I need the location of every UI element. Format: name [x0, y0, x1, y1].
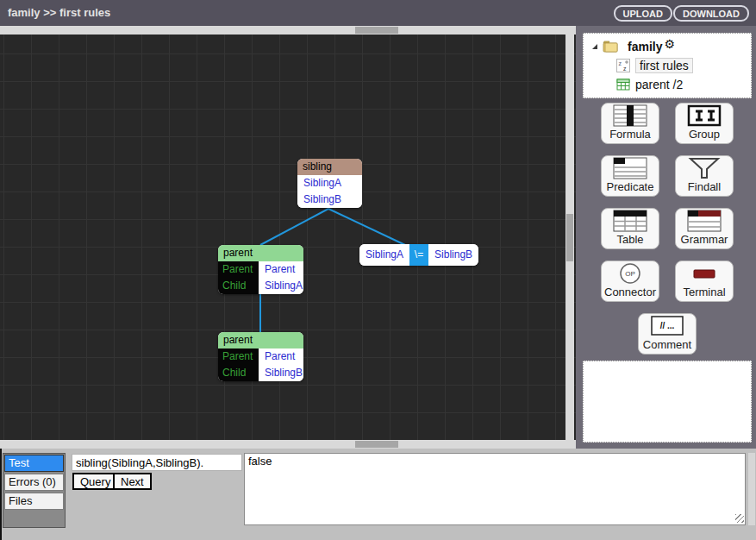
gear-icon[interactable]: ⚙	[664, 37, 675, 51]
app-window: family >> first rules UPLOAD DOWNLOAD si…	[0, 0, 756, 540]
download-button[interactable]: DOWNLOAD	[673, 5, 749, 22]
neq-left-arg: SiblingA	[359, 244, 409, 266]
hscrollbar-top-thumb[interactable]	[355, 27, 398, 34]
value-cell: SiblingA	[259, 278, 303, 294]
palette-label: Terminal	[683, 286, 725, 298]
tab-test[interactable]: Test	[4, 455, 64, 472]
edge-sibling-neq	[328, 209, 405, 245]
tree-item-label: parent /2	[635, 78, 683, 91]
palette-group-button[interactable]: Group	[675, 103, 734, 144]
node-sibling-arg1: SiblingA	[297, 175, 362, 192]
breadcrumb: family >> first rules	[8, 6, 110, 19]
palette-label: Findall	[688, 180, 721, 193]
palette-table-button[interactable]: Table	[601, 208, 659, 249]
tab-files[interactable]: Files	[4, 493, 64, 510]
neq-operator: \=	[409, 244, 428, 266]
svg-text:// ...: // ...	[660, 321, 675, 330]
vscrollbar-thumb[interactable]	[566, 214, 573, 261]
group-icon	[687, 104, 722, 128]
node-sibling[interactable]: sibling SiblingA SiblingB	[297, 159, 362, 208]
key-cell: Child	[218, 278, 259, 294]
node-sibling-arg2: SiblingB	[297, 192, 362, 208]
edge-sibling-parent1	[260, 209, 328, 245]
right-panel: family ⚙ z z first rules	[576, 26, 756, 449]
bottom-panel: Test Errors (0) Files Query Next false	[0, 449, 756, 540]
value-cell: SiblingB	[259, 365, 303, 381]
query-button[interactable]: Query	[72, 473, 118, 490]
top-bar: family >> first rules UPLOAD DOWNLOAD	[0, 0, 756, 26]
palette-comment-button[interactable]: // ... Comment	[638, 313, 697, 355]
palette-terminal-button[interactable]: Terminal	[675, 261, 734, 302]
canvas-vscrollbar[interactable]	[565, 35, 574, 440]
tree-item-label: family	[628, 40, 662, 53]
value-cell: Parent	[259, 261, 303, 278]
node-not-equal-connector[interactable]: SiblingA \= SiblingB	[359, 244, 478, 266]
connector-icon: OP	[617, 261, 643, 286]
palette-label: Table	[616, 233, 643, 246]
tab-errors[interactable]: Errors (0)	[4, 474, 64, 491]
formula-icon	[613, 104, 647, 128]
palette-label: Comment	[643, 338, 691, 351]
tree-item-parent-2[interactable]: parent /2	[616, 76, 683, 93]
palette-label: Connector	[604, 286, 656, 298]
palette-connector-button[interactable]: OP Connector	[601, 261, 659, 302]
node-parent-1[interactable]: parent Parent Parent Child SiblingA	[218, 245, 303, 294]
tree-item-label: first rules	[635, 58, 693, 73]
next-button[interactable]: Next	[113, 473, 152, 490]
tree-item-family[interactable]: family ⚙	[592, 38, 675, 55]
key-cell: Child	[218, 365, 259, 381]
node-parent-2[interactable]: parent Parent Parent Child SiblingB	[218, 332, 303, 381]
table-file-icon	[616, 78, 630, 91]
query-output-area[interactable]: false	[244, 453, 746, 525]
canvas-area: sibling SiblingA SiblingB parent Parent …	[0, 26, 576, 449]
output-wrap: false	[244, 453, 746, 525]
palette-label: Grammar	[681, 233, 728, 246]
node-sibling-header: sibling	[297, 159, 362, 175]
svg-text:z: z	[619, 60, 622, 66]
palette-predicate-button[interactable]: Predicate	[601, 155, 659, 197]
node-parent2-row2: Child SiblingB	[218, 365, 303, 381]
panel-edge	[0, 449, 2, 540]
key-cell: Parent	[218, 348, 259, 365]
upload-button[interactable]: UPLOAD	[614, 5, 672, 22]
neq-right-arg: SiblingB	[428, 244, 478, 266]
table-icon	[613, 209, 647, 233]
palette-label: Predicate	[607, 180, 654, 193]
node-parent2-header: parent	[218, 332, 303, 348]
bottom-tab-list: Test Errors (0) Files	[3, 453, 66, 528]
node-parent1-row1: Parent Parent	[218, 261, 303, 278]
palette-formula-button[interactable]: Formula	[601, 103, 659, 144]
node-parent2-row1: Parent Parent	[218, 348, 303, 365]
diagram-canvas[interactable]: sibling SiblingA SiblingB parent Parent …	[0, 35, 576, 440]
node-parent1-row2: Child SiblingA	[218, 278, 303, 294]
terminal-icon	[687, 261, 722, 286]
comment-icon: // ...	[648, 314, 686, 338]
grammar-icon	[687, 209, 722, 233]
palette-findall-button[interactable]: Findall	[675, 155, 734, 197]
palette-label: Group	[689, 128, 720, 141]
key-cell: Parent	[218, 261, 259, 278]
node-parent1-header: parent	[218, 245, 303, 261]
tree-expand-icon[interactable]	[592, 44, 597, 49]
palette-label: Formula	[609, 128, 651, 141]
resize-grip-icon[interactable]	[735, 514, 744, 523]
query-input[interactable]	[72, 454, 242, 471]
rules-file-icon: z z	[616, 59, 630, 72]
tree-item-first-rules[interactable]: z z first rules	[616, 57, 693, 74]
detail-panel-empty	[583, 361, 752, 443]
palette-grammar-button[interactable]: Grammar	[675, 208, 734, 249]
canvas-hscrollbar-bottom[interactable]	[0, 440, 576, 449]
hscrollbar-bottom-thumb[interactable]	[355, 441, 398, 448]
output-scroll-strip	[748, 453, 755, 525]
value-cell: Parent	[259, 348, 303, 365]
predicate-icon	[613, 156, 647, 180]
svg-text:z: z	[623, 66, 627, 72]
svg-text:OP: OP	[625, 270, 635, 278]
folder-icon	[603, 41, 618, 53]
project-tree: family ⚙ z z first rules	[583, 33, 752, 98]
canvas-hscrollbar-top[interactable]	[0, 26, 576, 35]
findall-funnel-icon	[687, 156, 722, 180]
